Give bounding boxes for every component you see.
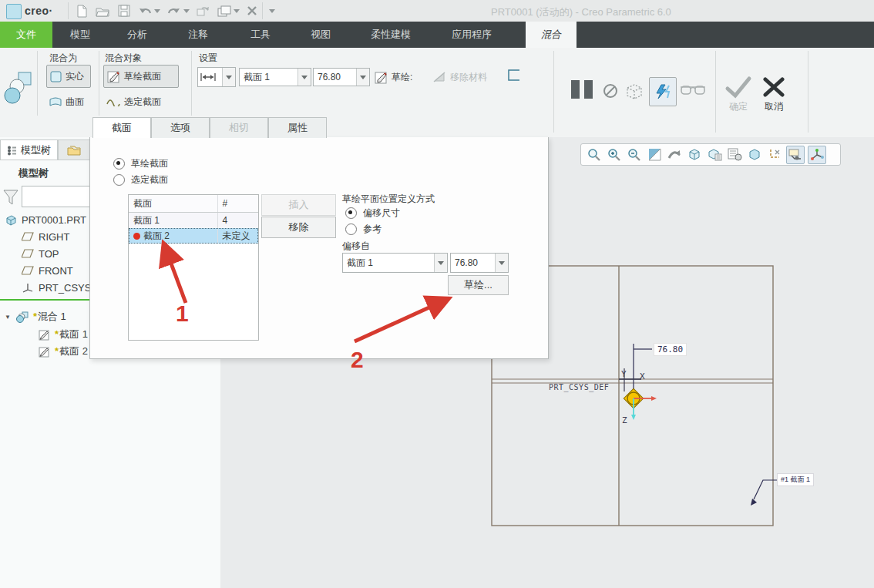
tab-view[interactable]: 视图	[291, 22, 350, 48]
remove-material-icon	[433, 72, 446, 83]
model-tree-tab[interactable]: 模型树	[0, 139, 58, 160]
selected-section-radio[interactable]: 选定截面	[113, 173, 168, 186]
axis-y-label: Y	[621, 369, 627, 379]
offset-value-combo-dialog[interactable]: 76.80	[450, 253, 509, 273]
tab-analysis[interactable]: 分析	[108, 22, 166, 48]
customize-dropdown-icon[interactable]	[269, 9, 275, 13]
windows-dropdown-icon[interactable]	[234, 9, 240, 13]
cancel-button[interactable]: 取消	[761, 76, 786, 113]
no-preview-icon[interactable]	[603, 83, 619, 99]
title-bar: creo· PRT0001 (活动的) - Creo P	[0, 0, 874, 22]
blend-feature-icon	[15, 311, 29, 323]
dashboard-tab-strip: 截面 选项 相切 属性	[92, 117, 327, 138]
datum-display-icon[interactable]	[766, 146, 783, 163]
tab-tools[interactable]: 工具	[230, 22, 291, 48]
attached-preview-button[interactable]	[649, 77, 677, 106]
tab-annotate[interactable]: 注释	[166, 22, 230, 48]
zoom-in-icon[interactable]	[606, 146, 623, 163]
refit-icon[interactable]	[586, 146, 603, 163]
panel-tab-sections[interactable]: 截面	[92, 117, 151, 138]
spin-center-icon[interactable]	[666, 146, 683, 163]
closed-ends-icon[interactable]	[507, 69, 521, 82]
repaint-icon[interactable]	[646, 146, 663, 163]
reference-radio[interactable]: 参考	[345, 223, 382, 236]
csys-icon	[22, 283, 34, 293]
surface-button[interactable]: 曲面	[46, 91, 89, 113]
dimension-label[interactable]: 76.80	[654, 343, 687, 356]
zoom-out-icon[interactable]	[626, 146, 643, 163]
folder-browser-tab[interactable]	[58, 139, 90, 160]
windows-icon[interactable]	[216, 3, 233, 18]
tab-blend-active[interactable]: 混合	[526, 22, 577, 48]
pause-button[interactable]	[570, 80, 595, 99]
insert-button: 插入	[261, 194, 336, 216]
sketch-icon	[39, 346, 50, 358]
expander-icon[interactable]: ▼	[5, 314, 11, 321]
sketch-section-radio[interactable]: 草绘截面	[113, 157, 168, 170]
sketch-launch-button[interactable]: 草绘:	[371, 66, 415, 88]
datum-plane-icon	[22, 266, 34, 275]
step2-annotation: 2	[351, 347, 364, 373]
save-icon[interactable]	[116, 3, 133, 18]
new-file-icon[interactable]	[73, 3, 90, 18]
feature-preview-icon[interactable]	[624, 82, 644, 100]
redo-icon[interactable]	[165, 3, 182, 18]
column-header-count[interactable]: #	[217, 195, 259, 212]
solid-button[interactable]: 实心	[46, 65, 91, 88]
step1-annotation: 1	[176, 301, 189, 327]
shade-icon[interactable]	[746, 146, 763, 163]
section-tag[interactable]: #1 截面 1	[777, 473, 814, 486]
csys-label[interactable]: PRT_CSYS_DEF	[549, 383, 609, 391]
table-row-section2[interactable]: 截面 2 未定义	[129, 228, 258, 244]
section-select-combo[interactable]: 截面 1	[239, 68, 311, 86]
ok-check-icon	[724, 76, 752, 99]
offset-value-combo[interactable]: 76.80	[313, 68, 370, 86]
sketch-section-icon	[107, 70, 120, 83]
regenerate-icon[interactable]	[194, 3, 211, 18]
filter-funnel-icon[interactable]	[2, 188, 19, 207]
part-icon	[5, 214, 17, 226]
tree-item-part[interactable]: PRT0001.PRT	[5, 211, 86, 228]
offset-dimension-radio[interactable]: 偏移尺寸	[345, 207, 400, 220]
view-manager-icon[interactable]	[726, 146, 743, 163]
remove-button[interactable]: 移除	[261, 217, 336, 238]
remove-material-button[interactable]: 移除材料	[430, 66, 490, 88]
ok-button[interactable]: 确定	[724, 76, 752, 113]
offset-from-label: 偏移自	[342, 240, 370, 253]
selected-section-button[interactable]: 选定截面	[103, 91, 177, 113]
tree-item-top[interactable]: TOP	[22, 245, 59, 262]
panel-tab-options[interactable]: 选项	[151, 117, 210, 138]
sketch-button[interactable]: 草绘...	[448, 275, 509, 295]
tree-item-section1[interactable]: *截面 1	[39, 326, 88, 343]
sections-table: 截面 # 截面 1 4 截面 2 未定义	[128, 194, 259, 341]
sketch-section-button[interactable]: 草绘截面	[103, 65, 179, 88]
tree-item-blend[interactable]: ▼ *混合 1	[5, 308, 66, 325]
blend-dashboard-icon	[3, 68, 34, 111]
table-row-section1[interactable]: 截面 1 4	[129, 213, 258, 228]
cancel-x-icon	[761, 76, 786, 99]
display-style-icon[interactable]	[686, 146, 703, 163]
annotation-display-icon[interactable]	[786, 146, 805, 164]
group-label-blend-object: 混合对象	[105, 52, 142, 65]
tab-model[interactable]: 模型	[52, 22, 108, 48]
glasses-icon[interactable]	[680, 83, 706, 97]
open-icon[interactable]	[94, 3, 111, 18]
undo-dropdown-icon[interactable]	[154, 9, 160, 13]
dimension-type-combo[interactable]	[197, 67, 236, 87]
tree-item-section2[interactable]: *截面 2	[39, 343, 88, 360]
close-icon[interactable]	[244, 3, 261, 18]
column-header-section[interactable]: 截面	[129, 195, 217, 212]
undo-icon[interactable]	[137, 3, 154, 18]
panel-tab-properties[interactable]: 属性	[268, 117, 327, 138]
tab-applications[interactable]: 应用程序	[432, 22, 512, 48]
tree-item-right[interactable]: RIGHT	[22, 228, 69, 245]
axis-z-label: Z	[622, 415, 627, 425]
offset-from-combo[interactable]: 截面 1	[342, 253, 448, 273]
tab-file[interactable]: 文件	[0, 22, 52, 48]
redo-dropdown-icon[interactable]	[183, 9, 190, 13]
csys-display-icon[interactable]	[808, 146, 826, 164]
saved-views-icon[interactable]	[706, 146, 723, 163]
tree-item-front[interactable]: FRONT	[22, 262, 73, 279]
creo-window: creo· PRT0001 (活动的) - Creo P	[0, 0, 874, 588]
tab-flexible-modeling[interactable]: 柔性建模	[350, 22, 432, 48]
